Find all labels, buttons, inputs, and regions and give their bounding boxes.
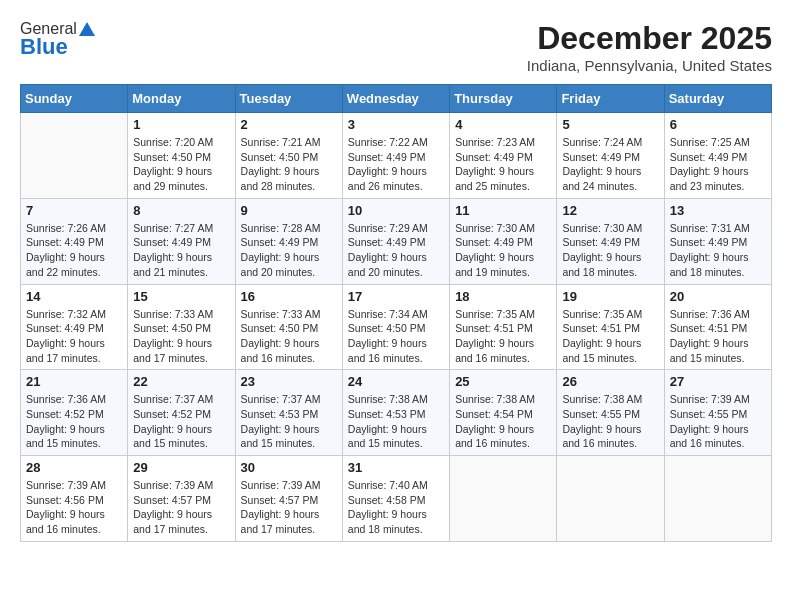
day-number: 12 — [562, 203, 658, 218]
header-wednesday: Wednesday — [342, 85, 449, 113]
calendar-cell: 6Sunrise: 7:25 AMSunset: 4:49 PMDaylight… — [664, 113, 771, 199]
calendar-cell — [450, 456, 557, 542]
day-info: Sunrise: 7:22 AMSunset: 4:49 PMDaylight:… — [348, 135, 444, 194]
day-info: Sunrise: 7:21 AMSunset: 4:50 PMDaylight:… — [241, 135, 337, 194]
calendar-cell: 14Sunrise: 7:32 AMSunset: 4:49 PMDayligh… — [21, 284, 128, 370]
day-number: 15 — [133, 289, 229, 304]
day-info: Sunrise: 7:33 AMSunset: 4:50 PMDaylight:… — [133, 307, 229, 366]
header-tuesday: Tuesday — [235, 85, 342, 113]
calendar-cell: 31Sunrise: 7:40 AMSunset: 4:58 PMDayligh… — [342, 456, 449, 542]
day-info: Sunrise: 7:37 AMSunset: 4:52 PMDaylight:… — [133, 392, 229, 451]
day-info: Sunrise: 7:30 AMSunset: 4:49 PMDaylight:… — [455, 221, 551, 280]
svg-marker-0 — [79, 22, 95, 36]
calendar-cell: 24Sunrise: 7:38 AMSunset: 4:53 PMDayligh… — [342, 370, 449, 456]
calendar-cell: 19Sunrise: 7:35 AMSunset: 4:51 PMDayligh… — [557, 284, 664, 370]
calendar-header: SundayMondayTuesdayWednesdayThursdayFrid… — [21, 85, 772, 113]
week-row-2: 14Sunrise: 7:32 AMSunset: 4:49 PMDayligh… — [21, 284, 772, 370]
day-info: Sunrise: 7:38 AMSunset: 4:55 PMDaylight:… — [562, 392, 658, 451]
day-number: 13 — [670, 203, 766, 218]
location-subtitle: Indiana, Pennsylvania, United States — [527, 57, 772, 74]
day-number: 21 — [26, 374, 122, 389]
day-number: 29 — [133, 460, 229, 475]
day-info: Sunrise: 7:34 AMSunset: 4:50 PMDaylight:… — [348, 307, 444, 366]
header-sunday: Sunday — [21, 85, 128, 113]
day-info: Sunrise: 7:39 AMSunset: 4:57 PMDaylight:… — [133, 478, 229, 537]
day-number: 9 — [241, 203, 337, 218]
title-block: December 2025 Indiana, Pennsylvania, Uni… — [527, 20, 772, 74]
day-info: Sunrise: 7:24 AMSunset: 4:49 PMDaylight:… — [562, 135, 658, 194]
day-info: Sunrise: 7:29 AMSunset: 4:49 PMDaylight:… — [348, 221, 444, 280]
calendar-cell — [664, 456, 771, 542]
day-number: 18 — [455, 289, 551, 304]
week-row-4: 28Sunrise: 7:39 AMSunset: 4:56 PMDayligh… — [21, 456, 772, 542]
day-info: Sunrise: 7:30 AMSunset: 4:49 PMDaylight:… — [562, 221, 658, 280]
calendar-cell — [21, 113, 128, 199]
calendar-cell: 26Sunrise: 7:38 AMSunset: 4:55 PMDayligh… — [557, 370, 664, 456]
day-number: 5 — [562, 117, 658, 132]
day-number: 19 — [562, 289, 658, 304]
calendar-cell — [557, 456, 664, 542]
calendar-cell: 27Sunrise: 7:39 AMSunset: 4:55 PMDayligh… — [664, 370, 771, 456]
day-number: 16 — [241, 289, 337, 304]
day-number: 11 — [455, 203, 551, 218]
day-number: 25 — [455, 374, 551, 389]
page-header: General Blue December 2025 Indiana, Penn… — [20, 20, 772, 74]
calendar-cell: 15Sunrise: 7:33 AMSunset: 4:50 PMDayligh… — [128, 284, 235, 370]
day-info: Sunrise: 7:36 AMSunset: 4:52 PMDaylight:… — [26, 392, 122, 451]
week-row-0: 1Sunrise: 7:20 AMSunset: 4:50 PMDaylight… — [21, 113, 772, 199]
day-info: Sunrise: 7:35 AMSunset: 4:51 PMDaylight:… — [455, 307, 551, 366]
header-saturday: Saturday — [664, 85, 771, 113]
day-number: 1 — [133, 117, 229, 132]
day-number: 8 — [133, 203, 229, 218]
calendar-cell: 22Sunrise: 7:37 AMSunset: 4:52 PMDayligh… — [128, 370, 235, 456]
week-row-3: 21Sunrise: 7:36 AMSunset: 4:52 PMDayligh… — [21, 370, 772, 456]
day-number: 2 — [241, 117, 337, 132]
header-friday: Friday — [557, 85, 664, 113]
day-number: 27 — [670, 374, 766, 389]
day-number: 28 — [26, 460, 122, 475]
day-info: Sunrise: 7:36 AMSunset: 4:51 PMDaylight:… — [670, 307, 766, 366]
calendar-cell: 25Sunrise: 7:38 AMSunset: 4:54 PMDayligh… — [450, 370, 557, 456]
calendar-cell: 3Sunrise: 7:22 AMSunset: 4:49 PMDaylight… — [342, 113, 449, 199]
day-info: Sunrise: 7:37 AMSunset: 4:53 PMDaylight:… — [241, 392, 337, 451]
day-number: 7 — [26, 203, 122, 218]
calendar-cell: 16Sunrise: 7:33 AMSunset: 4:50 PMDayligh… — [235, 284, 342, 370]
header-monday: Monday — [128, 85, 235, 113]
day-number: 14 — [26, 289, 122, 304]
day-number: 4 — [455, 117, 551, 132]
calendar-cell: 4Sunrise: 7:23 AMSunset: 4:49 PMDaylight… — [450, 113, 557, 199]
calendar-cell: 13Sunrise: 7:31 AMSunset: 4:49 PMDayligh… — [664, 198, 771, 284]
calendar-cell: 1Sunrise: 7:20 AMSunset: 4:50 PMDaylight… — [128, 113, 235, 199]
day-info: Sunrise: 7:31 AMSunset: 4:49 PMDaylight:… — [670, 221, 766, 280]
day-info: Sunrise: 7:33 AMSunset: 4:50 PMDaylight:… — [241, 307, 337, 366]
day-info: Sunrise: 7:38 AMSunset: 4:54 PMDaylight:… — [455, 392, 551, 451]
calendar-cell: 23Sunrise: 7:37 AMSunset: 4:53 PMDayligh… — [235, 370, 342, 456]
month-title: December 2025 — [527, 20, 772, 57]
day-number: 30 — [241, 460, 337, 475]
day-number: 23 — [241, 374, 337, 389]
calendar-cell: 10Sunrise: 7:29 AMSunset: 4:49 PMDayligh… — [342, 198, 449, 284]
logo-icon — [78, 20, 96, 38]
day-number: 31 — [348, 460, 444, 475]
day-info: Sunrise: 7:27 AMSunset: 4:49 PMDaylight:… — [133, 221, 229, 280]
day-info: Sunrise: 7:35 AMSunset: 4:51 PMDaylight:… — [562, 307, 658, 366]
day-info: Sunrise: 7:39 AMSunset: 4:56 PMDaylight:… — [26, 478, 122, 537]
calendar-cell: 9Sunrise: 7:28 AMSunset: 4:49 PMDaylight… — [235, 198, 342, 284]
calendar-cell: 18Sunrise: 7:35 AMSunset: 4:51 PMDayligh… — [450, 284, 557, 370]
calendar-cell: 5Sunrise: 7:24 AMSunset: 4:49 PMDaylight… — [557, 113, 664, 199]
calendar-cell: 11Sunrise: 7:30 AMSunset: 4:49 PMDayligh… — [450, 198, 557, 284]
logo: General Blue — [20, 20, 97, 60]
calendar-cell: 28Sunrise: 7:39 AMSunset: 4:56 PMDayligh… — [21, 456, 128, 542]
day-number: 6 — [670, 117, 766, 132]
day-number: 3 — [348, 117, 444, 132]
day-number: 26 — [562, 374, 658, 389]
day-info: Sunrise: 7:39 AMSunset: 4:57 PMDaylight:… — [241, 478, 337, 537]
calendar-cell: 17Sunrise: 7:34 AMSunset: 4:50 PMDayligh… — [342, 284, 449, 370]
day-info: Sunrise: 7:40 AMSunset: 4:58 PMDaylight:… — [348, 478, 444, 537]
day-info: Sunrise: 7:20 AMSunset: 4:50 PMDaylight:… — [133, 135, 229, 194]
day-info: Sunrise: 7:28 AMSunset: 4:49 PMDaylight:… — [241, 221, 337, 280]
calendar-cell: 2Sunrise: 7:21 AMSunset: 4:50 PMDaylight… — [235, 113, 342, 199]
week-row-1: 7Sunrise: 7:26 AMSunset: 4:49 PMDaylight… — [21, 198, 772, 284]
calendar-cell: 12Sunrise: 7:30 AMSunset: 4:49 PMDayligh… — [557, 198, 664, 284]
day-info: Sunrise: 7:32 AMSunset: 4:49 PMDaylight:… — [26, 307, 122, 366]
